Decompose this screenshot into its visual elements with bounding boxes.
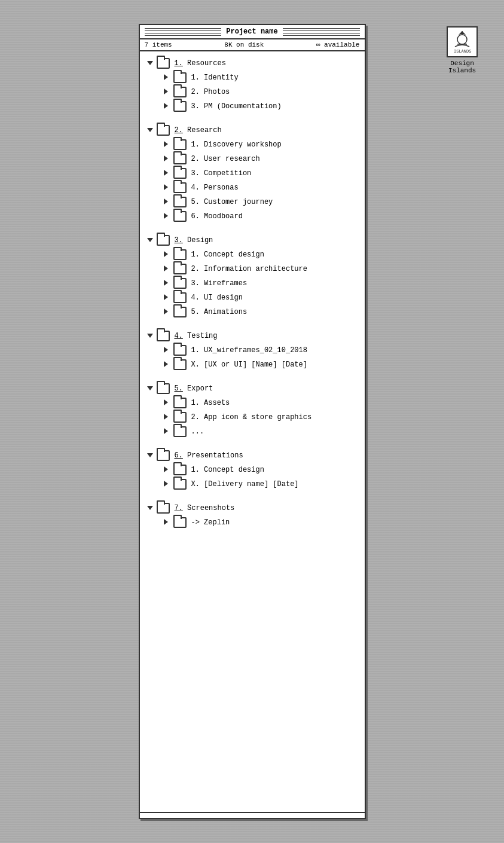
status-size: 8K on disk	[224, 41, 264, 48]
triangle-icon	[147, 505, 154, 512]
folder-label-info-arch: 2. Information architecture	[191, 265, 307, 273]
triangle-icon	[164, 103, 171, 111]
folder-row-design[interactable]: 3. Design	[147, 233, 358, 248]
folder-row-screenshots[interactable]: 7. Screenshots	[147, 501, 358, 515]
folder-icon	[157, 383, 170, 394]
triangle-icon	[164, 428, 171, 436]
folder-row-pres-concept[interactable]: 1. Concept design	[164, 463, 358, 477]
folder-row-app-icon[interactable]: 2. App icon & store graphics	[164, 410, 358, 424]
triangle-icon	[164, 347, 171, 355]
window-title: Project name	[221, 28, 282, 36]
folder-icon	[173, 307, 187, 317]
triangle-icon	[164, 399, 171, 407]
folder-label-customer-journey: 5. Customer journey	[191, 198, 273, 206]
triangle-icon	[147, 386, 154, 392]
triangle-icon	[164, 141, 171, 149]
status-bar: 7 items 8K on disk ∞ available	[140, 39, 365, 51]
folder-icon	[157, 125, 170, 136]
folder-row-research[interactable]: 2. Research	[147, 123, 358, 138]
svg-text:ISLANDS: ISLANDS	[454, 49, 471, 54]
folder-row-presentations[interactable]: 6. Presentations	[147, 448, 358, 463]
folder-label-research: 2. Research	[175, 126, 222, 135]
triangle-icon	[164, 198, 171, 206]
folder-label-design: 3. Design	[175, 236, 213, 245]
folder-row-ux-wireframes[interactable]: 1. UX_wireframes_02_10_2018	[164, 343, 358, 358]
folder-label-screenshots: 7. Screenshots	[175, 504, 235, 512]
folder-label-moodboard: 6. Moodboard	[191, 212, 243, 221]
folder-icon	[173, 87, 187, 97]
triangle-icon	[164, 466, 171, 474]
folder-row-testing[interactable]: 4. Testing	[147, 329, 358, 343]
folder-row-info-arch[interactable]: 2. Information architecture	[164, 262, 358, 276]
folder-row-pres-template[interactable]: X. [Delivery name] [Date]	[164, 477, 358, 491]
triangle-icon	[164, 294, 171, 302]
folder-row-identity[interactable]: 1. Identity	[164, 71, 358, 85]
folder-label-more: ...	[191, 427, 204, 436]
folder-icon	[173, 517, 187, 528]
folder-icon	[157, 450, 170, 461]
folder-row-customer-journey[interactable]: 5. Customer journey	[164, 195, 358, 209]
folder-icon	[173, 197, 187, 207]
folder-row-resources[interactable]: 1. Resources	[147, 56, 358, 71]
folder-row-moodboard[interactable]: 6. Moodboard	[164, 209, 358, 224]
folder-icon	[157, 58, 170, 69]
folder-label-personas: 4. Personas	[191, 184, 239, 192]
folder-row-pm[interactable]: 3. PM (Documentation)	[164, 99, 358, 114]
folder-icon	[157, 331, 170, 341]
folder-label-animations: 5. Animations	[191, 308, 248, 316]
folder-row-discovery[interactable]: 1. Discovery workshop	[164, 138, 358, 152]
folder-icon	[173, 168, 187, 179]
status-available: ∞ available	[316, 41, 360, 48]
folder-icon	[173, 211, 187, 222]
triangle-icon	[164, 74, 171, 82]
folder-group-screenshots: 7. Screenshots-> Zeplin	[147, 501, 358, 530]
folder-icon	[173, 264, 187, 274]
folder-row-concept-design[interactable]: 1. Concept design	[164, 248, 358, 262]
folder-row-photos[interactable]: 2. Photos	[164, 85, 358, 99]
triangle-icon	[164, 519, 171, 527]
file-tree-content: 1. Resources1. Identity2. Photos3. PM (D…	[140, 51, 365, 812]
folder-group-export: 5. Export1. Assets2. App icon & store gr…	[147, 381, 358, 439]
folder-icon	[173, 479, 187, 490]
folder-label-identity: 1. Identity	[191, 74, 239, 82]
folder-label-export: 5. Export	[175, 384, 213, 393]
folder-label-discovery: 1. Discovery workshop	[191, 140, 282, 149]
desktop-icon-image: ISLANDS	[447, 26, 478, 57]
triangle-icon	[147, 60, 154, 67]
folder-label-pres-concept: 1. Concept design	[191, 466, 264, 474]
folder-row-ux-template[interactable]: X. [UX or UI] [Name] [Date]	[164, 358, 358, 372]
desktop-icon-label: Design Islands	[438, 60, 486, 74]
folder-row-animations[interactable]: 5. Animations	[164, 305, 358, 319]
folder-label-competition: 3. Competition	[191, 169, 252, 178]
folder-icon	[173, 412, 187, 423]
folder-icon	[173, 426, 187, 437]
folder-row-wireframes[interactable]: 3. Wireframes	[164, 276, 358, 291]
desktop-icon-design-islands[interactable]: ISLANDS Design Islands	[438, 26, 486, 74]
finder-window: Project name 7 items 8K on disk ∞ availa…	[139, 24, 366, 819]
folder-row-ui-design[interactable]: 4. UI design	[164, 291, 358, 305]
triangle-icon	[147, 237, 154, 244]
triangle-icon	[164, 265, 171, 273]
folder-group-design: 3. Design1. Concept design2. Information…	[147, 233, 358, 319]
folder-icon	[173, 465, 187, 475]
folder-label-zeplin: -> Zeplin	[191, 518, 230, 527]
folder-label-pres-template: X. [Delivery name] [Date]	[191, 480, 299, 488]
folder-row-zeplin[interactable]: -> Zeplin	[164, 515, 358, 530]
folder-label-photos: 2. Photos	[191, 88, 230, 96]
folder-row-competition[interactable]: 3. Competition	[164, 166, 358, 181]
folder-row-user-research[interactable]: 2. User research	[164, 152, 358, 166]
folder-icon	[173, 139, 187, 150]
bottom-bar	[140, 812, 365, 818]
triangle-icon	[164, 309, 171, 316]
folder-icon	[173, 345, 187, 356]
folder-row-more[interactable]: ...	[164, 424, 358, 439]
folder-row-export[interactable]: 5. Export	[147, 381, 358, 396]
triangle-icon	[147, 333, 154, 340]
triangle-icon	[164, 88, 171, 96]
folder-row-personas[interactable]: 4. Personas	[164, 181, 358, 195]
folder-row-assets[interactable]: 1. Assets	[164, 396, 358, 410]
folder-icon	[173, 278, 187, 289]
triangle-icon	[164, 155, 171, 163]
status-items: 7 items	[145, 41, 172, 48]
folder-group-research: 2. Research1. Discovery workshop2. User …	[147, 123, 358, 224]
